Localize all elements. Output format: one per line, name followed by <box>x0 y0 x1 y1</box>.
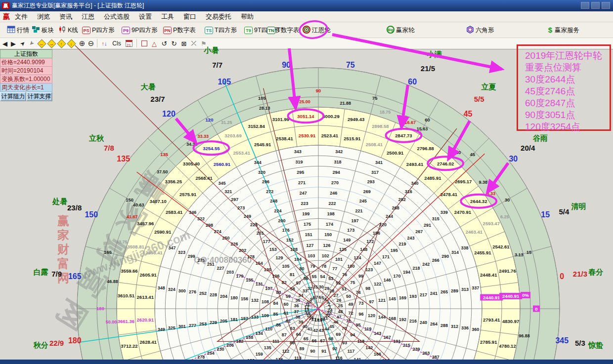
toolbar-button-label: 赢家服务 <box>555 26 579 35</box>
application-window: 赢 赢家江恩专业版[赢家服务平台] - [上证指数 江恩轮] 赢 文件浏览资讯江… <box>0 0 613 364</box>
pointer-down-icon[interactable]: ➤ <box>28 39 36 48</box>
toolbar-button-label: 江恩轮 <box>312 26 331 35</box>
toolbar-button-label: 9P四方形 <box>131 26 158 35</box>
bottom-strip <box>0 360 613 364</box>
prev-icon[interactable]: ◀ <box>1 39 8 48</box>
menu-bar: 赢 文件浏览资讯江恩公式选股设置工具窗口交易委托帮助 <box>0 11 613 22</box>
panel-row-1: 时间=20190104 <box>0 67 52 75</box>
menu-item-2[interactable]: 资讯 <box>59 12 72 21</box>
toolbar-button-P数字表[interactable]: PNP数字表 <box>163 25 196 35</box>
pointer-up-icon[interactable]: ➤ <box>19 39 27 48</box>
toolbar-button-label: T数字表 <box>277 26 299 35</box>
annotation-line-5: 90度3051点 <box>525 109 610 121</box>
logo-icon: 赢 <box>3 12 10 21</box>
badge-TN: TN <box>267 27 275 34</box>
menu-item-8[interactable]: 交易委托 <box>206 12 231 21</box>
shift-down-icon[interactable]: ↓ <box>67 39 76 48</box>
window-controls[interactable] <box>581 2 610 9</box>
menu-item-5[interactable]: 设置 <box>139 12 152 21</box>
menu-item-6[interactable]: 工具 <box>161 12 174 21</box>
winner-wheel-icon: Big <box>387 26 394 35</box>
service-icon: $ <box>547 26 553 35</box>
updown-icon[interactable]: ↑↓ <box>100 39 109 48</box>
shift-right-icon[interactable]: → <box>47 39 56 48</box>
quote-table-icon <box>7 26 15 35</box>
badge-PN: PN <box>163 27 172 34</box>
rect-tool-icon[interactable] <box>140 39 148 48</box>
cls-button[interactable]: Cls <box>111 39 123 48</box>
zoom-out-icon[interactable]: ⊖ <box>87 39 95 48</box>
toolbar-button-label: T四方形 <box>215 26 237 35</box>
menu-item-0[interactable]: 文件 <box>15 12 28 21</box>
hexagon-icon <box>466 26 474 35</box>
svg-text:Big: Big <box>388 28 393 32</box>
menu-item-1[interactable]: 浏览 <box>37 12 50 21</box>
toolbar-button-K线[interactable]: K线 <box>58 25 78 35</box>
annotation-line-6: 120度3254点 <box>525 121 610 133</box>
delete-box-icon[interactable]: ⊠ <box>180 39 188 48</box>
symbol-name: 上证指数 <box>0 49 52 58</box>
toolbar-button-行情[interactable]: 行情 <box>7 25 29 35</box>
shift-left-icon[interactable]: ← <box>38 39 46 48</box>
toolbar-button-赢家服务[interactable]: $赢家服务 <box>547 25 579 35</box>
kline-icon <box>58 26 66 35</box>
zoom-in-icon[interactable]: ⊕ <box>78 39 86 48</box>
annotation-line-1: 重要点位测算 <box>525 62 610 74</box>
badge-P9: P9 <box>122 27 130 34</box>
maximize-button[interactable] <box>591 2 600 9</box>
close-button[interactable] <box>602 2 610 9</box>
minimize-button[interactable] <box>581 2 589 9</box>
toolbar-button-label: P数字表 <box>173 26 196 35</box>
toolbar-button-label: 六角形 <box>476 26 494 35</box>
badge-T9: T9 <box>244 27 253 34</box>
toolbar-button-label: 行情 <box>17 26 29 35</box>
menu-item-3[interactable]: 江恩 <box>82 12 94 21</box>
window-title: 赢家江恩专业版[赢家服务平台] - [上证指数 江恩轮] <box>12 1 144 10</box>
panel-button-0[interactable]: 计算阻力 <box>0 92 26 101</box>
toolbar-button-label: 赢家轮 <box>396 26 415 35</box>
panel-button-1[interactable]: 计算支撑 <box>26 92 52 101</box>
side-panel: 上证指数 价格=2440.9099时间=20190104变换系数=1.00000… <box>0 49 52 101</box>
panel-row-3: 周天变化步长=1 <box>0 83 52 92</box>
blocks-icon <box>32 26 40 35</box>
shift-up-icon[interactable]: ↑ <box>57 39 66 48</box>
badge-PS: PS <box>82 27 90 34</box>
menu-item-9[interactable]: 帮助 <box>241 12 254 21</box>
panel-row-0: 价格=2440.9099 <box>0 58 52 67</box>
annotation-line-0: 2019年江恩轮中轮 <box>525 50 610 62</box>
flag-icon[interactable]: ⚑ <box>200 39 208 48</box>
rotate-ccw-icon[interactable]: ↺ <box>160 39 168 48</box>
triangle-tool-icon[interactable]: △ <box>150 39 158 48</box>
toolbar-button-label: P四方形 <box>92 26 115 35</box>
title-bar[interactable]: 赢 赢家江恩专业版[赢家服务平台] - [上证指数 江恩轮] <box>0 0 613 11</box>
toolbar-button-P四方形[interactable]: PSP四方形 <box>82 25 115 35</box>
main-toolbar: 行情板块K线PSP四方形P99P四方形PNP数字表TST四方形T99T四方形TN… <box>0 22 613 38</box>
toolbar-button-label: 板块 <box>42 26 54 35</box>
annotation-line-3: 45度2746点 <box>525 85 610 97</box>
svg-text:$: $ <box>548 26 553 34</box>
toolbar-button-T四方形[interactable]: TST四方形 <box>205 25 237 35</box>
annotation-line-4: 60度2847点 <box>525 97 610 109</box>
app-icon: 赢 <box>2 2 9 9</box>
panel-row-2: 变换系数=1.00000 <box>0 75 52 83</box>
toolbar-separator <box>136 39 137 47</box>
menu-item-4[interactable]: 公式选股 <box>104 12 130 21</box>
toolbar-button-六角形[interactable]: 六角形 <box>466 25 494 35</box>
toolbar-button-T数字表[interactable]: TNT数字表 <box>267 25 299 35</box>
annotation-box: 2019年江恩轮中轮重要点位测算30度2644点45度2746点60度2847点… <box>517 44 611 131</box>
toolbar-button-9P四方形[interactable]: P99P四方形 <box>122 25 158 35</box>
toolbar-button-板块[interactable]: 板块 <box>32 25 54 35</box>
menu-item-7[interactable]: 窗口 <box>183 12 196 21</box>
badge-TS: TS <box>205 27 213 34</box>
calendar-icon[interactable]: 21 <box>125 39 133 48</box>
gann-wheel-icon <box>303 26 310 35</box>
toolbar-button-label: K线 <box>68 26 78 35</box>
toolbar-button-赢家轮[interactable]: Big赢家轮 <box>387 25 415 35</box>
toolbar-button-江恩轮[interactable]: 江恩轮 <box>303 25 331 35</box>
annotation-line-2: 30度2644点 <box>525 74 610 85</box>
next-icon[interactable]: ▶ <box>10 39 17 48</box>
move-icon[interactable]: ⤫ <box>190 39 198 48</box>
toolbar-separator <box>97 39 97 47</box>
rotate-cw-icon[interactable]: ↻ <box>170 39 178 48</box>
